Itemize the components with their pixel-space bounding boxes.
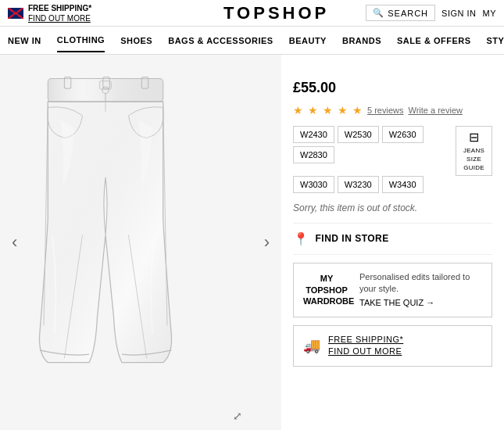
reviews-count-link[interactable]: 5 reviews [367, 106, 403, 115]
product-title [293, 63, 492, 77]
wardrobe-desc: Personalised edits tailored to your styl… [359, 272, 470, 293]
size-w3230[interactable]: W3230 [338, 176, 379, 193]
take-quiz-link[interactable]: TAKE THE QUIZ [359, 297, 482, 309]
size-grid-top: W2430 W2530 W2630 W2830 [293, 126, 452, 163]
shipping-free-text: FREE SHIPPING* [28, 3, 91, 13]
search-icon: 🔍 [373, 8, 384, 18]
nav-sale[interactable]: SALE & OFFERS [397, 30, 471, 52]
nav-shoes[interactable]: SHOES [120, 30, 152, 52]
shipping-info: FREE SHIPPING* FIND OUT MORE [28, 3, 91, 23]
quiz-label: TAKE THE QUIZ [359, 298, 424, 307]
wardrobe-logo-my: MY [320, 274, 334, 283]
nav-bags[interactable]: BAGS & ACCESSORIES [168, 30, 273, 52]
shipping-banner-text: FREE SHIPPING* FIND OUT MORE [328, 334, 403, 358]
size-w3430[interactable]: W3430 [382, 176, 424, 193]
my-account-button[interactable]: MY [483, 9, 497, 18]
top-bar-right: 🔍 SEARCH SIGN IN MY [366, 5, 496, 21]
wardrobe-logo-topshop: TOPSHOP [306, 285, 348, 295]
product-image [20, 70, 262, 414]
star-5: ★ [352, 104, 363, 116]
size-guide-label: JEANS SIZE GUIDE [463, 147, 484, 171]
top-bar-left: FREE SHIPPING* FIND OUT MORE [8, 3, 187, 23]
nav-clothing[interactable]: CLOTHING [57, 29, 105, 52]
product-details: £55.00 ★ ★ ★ ★ ★ 5 reviews Write a revie… [281, 55, 504, 430]
wardrobe-banner[interactable]: MY TOPSHOP WARDROBE Personalised edits t… [293, 263, 492, 317]
size-w2830[interactable]: W2830 [293, 146, 334, 163]
search-button[interactable]: 🔍 SEARCH [366, 5, 435, 21]
nav-bar: NEW IN CLOTHING SHOES BAGS & ACCESSORIES… [0, 27, 504, 55]
size-row-1: W2430 W2530 W2630 W2830 ⊟ JEANS SIZE GUI… [293, 126, 492, 176]
size-w2530[interactable]: W2530 [338, 126, 379, 143]
size-w2430[interactable]: W2430 [293, 126, 334, 143]
main-content: ‹ [0, 55, 504, 430]
size-section: W2430 W2530 W2630 W2830 ⊟ JEANS SIZE GUI… [293, 126, 492, 193]
truck-icon: 🚚 [303, 337, 320, 354]
size-grid-bottom: W3030 W3230 W3430 [293, 176, 492, 193]
shipping-banner-free: FREE SHIPPING* [328, 334, 403, 346]
product-price: £55.00 [293, 80, 492, 96]
brand-logo: TOPSHOP [187, 3, 366, 23]
write-review-link[interactable]: Write a review [408, 106, 462, 115]
find-in-store-label: FIND IN STORE [316, 233, 389, 244]
star-1: ★ [293, 104, 303, 116]
star-3: ★ [323, 104, 333, 116]
product-rating: ★ ★ ★ ★ ★ 5 reviews Write a review [293, 104, 492, 116]
prev-image-button[interactable]: ‹ [4, 224, 25, 260]
wardrobe-logo-wardrobe: WARDROBE [303, 296, 354, 306]
shipping-find-more-link[interactable]: FIND OUT MORE [28, 14, 91, 23]
star-2: ★ [308, 104, 318, 116]
shipping-find-out-link[interactable]: FIND OUT MORE [328, 346, 403, 357]
nav-style[interactable]: STYLE [487, 30, 504, 52]
product-image-area: ‹ [0, 55, 281, 430]
size-w2630[interactable]: W2630 [382, 126, 424, 143]
out-of-stock-message: Sorry, this item is out of stock. [293, 202, 492, 213]
find-in-store-button[interactable]: 📍 FIND IN STORE [293, 223, 492, 255]
wardrobe-logo: MY TOPSHOP WARDROBE [303, 273, 350, 306]
nav-brands[interactable]: BRANDS [342, 30, 381, 52]
expand-button[interactable]: ⤢ [233, 410, 242, 422]
nav-new-in[interactable]: NEW IN [8, 30, 41, 52]
top-bar: FREE SHIPPING* FIND OUT MORE TOPSHOP 🔍 S… [0, 0, 504, 27]
sign-in-button[interactable]: SIGN IN [441, 9, 476, 18]
nav-beauty[interactable]: BEAUTY [289, 30, 327, 52]
star-4: ★ [338, 104, 348, 116]
search-label: SEARCH [388, 9, 428, 18]
size-guide-button[interactable]: ⊟ JEANS SIZE GUIDE [456, 126, 492, 176]
uk-flag-icon [8, 8, 23, 19]
shipping-banner: 🚚 FREE SHIPPING* FIND OUT MORE [293, 325, 492, 367]
next-image-button[interactable]: › [256, 224, 277, 260]
location-icon: 📍 [293, 231, 309, 246]
wardrobe-text: Personalised edits tailored to your styl… [359, 271, 482, 309]
size-w3030[interactable]: W3030 [293, 176, 334, 193]
